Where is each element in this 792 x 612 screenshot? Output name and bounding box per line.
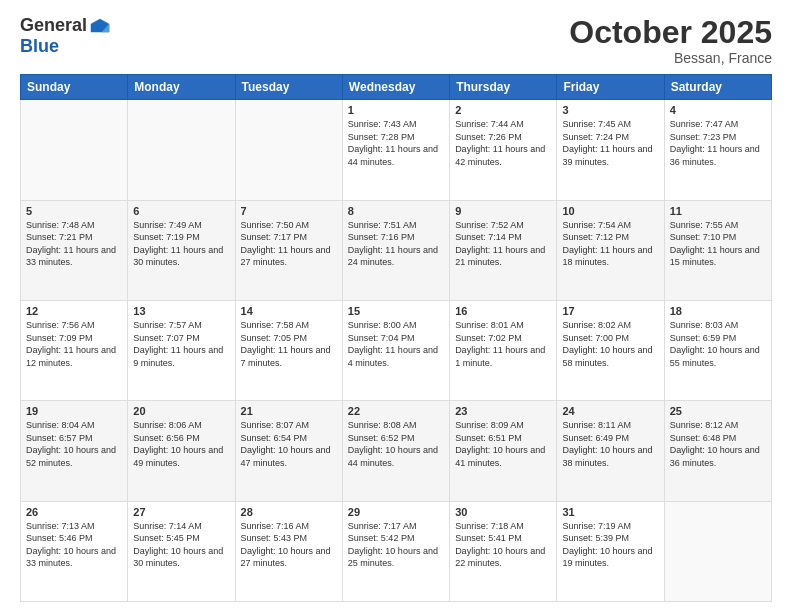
- logo: General Blue: [20, 15, 111, 57]
- sunrise-text: Sunrise: 8:08 AM: [348, 420, 417, 430]
- sunset-text: Sunset: 7:23 PM: [670, 132, 737, 142]
- day-number: 6: [133, 205, 229, 217]
- day-info: Sunrise: 8:01 AMSunset: 7:02 PMDaylight:…: [455, 319, 551, 369]
- table-row: 25Sunrise: 8:12 AMSunset: 6:48 PMDayligh…: [664, 401, 771, 501]
- day-info: Sunrise: 7:14 AMSunset: 5:45 PMDaylight:…: [133, 520, 229, 570]
- header-tuesday: Tuesday: [235, 75, 342, 100]
- sunrise-text: Sunrise: 7:17 AM: [348, 521, 417, 531]
- sunset-text: Sunset: 7:07 PM: [133, 333, 200, 343]
- daylight-text: Daylight: 10 hours and 22 minutes.: [455, 546, 545, 569]
- day-info: Sunrise: 7:56 AMSunset: 7:09 PMDaylight:…: [26, 319, 122, 369]
- sunset-text: Sunset: 7:28 PM: [348, 132, 415, 142]
- table-row: 8Sunrise: 7:51 AMSunset: 7:16 PMDaylight…: [342, 200, 449, 300]
- daylight-text: Daylight: 11 hours and 30 minutes.: [133, 245, 223, 268]
- daylight-text: Daylight: 10 hours and 30 minutes.: [133, 546, 223, 569]
- sunrise-text: Sunrise: 7:58 AM: [241, 320, 310, 330]
- table-row: 1Sunrise: 7:43 AMSunset: 7:28 PMDaylight…: [342, 100, 449, 200]
- sunset-text: Sunset: 6:59 PM: [670, 333, 737, 343]
- daylight-text: Daylight: 11 hours and 18 minutes.: [562, 245, 652, 268]
- header-saturday: Saturday: [664, 75, 771, 100]
- daylight-text: Daylight: 11 hours and 15 minutes.: [670, 245, 760, 268]
- sunset-text: Sunset: 5:46 PM: [26, 533, 93, 543]
- logo-general-text: General: [20, 15, 87, 36]
- sunset-text: Sunset: 7:10 PM: [670, 232, 737, 242]
- sunset-text: Sunset: 7:04 PM: [348, 333, 415, 343]
- day-number: 31: [562, 506, 658, 518]
- sunset-text: Sunset: 5:39 PM: [562, 533, 629, 543]
- sunset-text: Sunset: 7:19 PM: [133, 232, 200, 242]
- day-number: 13: [133, 305, 229, 317]
- sunset-text: Sunset: 7:02 PM: [455, 333, 522, 343]
- table-row: 6Sunrise: 7:49 AMSunset: 7:19 PMDaylight…: [128, 200, 235, 300]
- day-number: 25: [670, 405, 766, 417]
- sunset-text: Sunset: 6:57 PM: [26, 433, 93, 443]
- header-thursday: Thursday: [450, 75, 557, 100]
- day-info: Sunrise: 8:11 AMSunset: 6:49 PMDaylight:…: [562, 419, 658, 469]
- day-number: 27: [133, 506, 229, 518]
- day-info: Sunrise: 7:16 AMSunset: 5:43 PMDaylight:…: [241, 520, 337, 570]
- daylight-text: Daylight: 11 hours and 24 minutes.: [348, 245, 438, 268]
- daylight-text: Daylight: 11 hours and 9 minutes.: [133, 345, 223, 368]
- day-number: 5: [26, 205, 122, 217]
- table-row: 31Sunrise: 7:19 AMSunset: 5:39 PMDayligh…: [557, 501, 664, 601]
- day-number: 9: [455, 205, 551, 217]
- daylight-text: Daylight: 10 hours and 49 minutes.: [133, 445, 223, 468]
- table-row: [235, 100, 342, 200]
- daylight-text: Daylight: 10 hours and 38 minutes.: [562, 445, 652, 468]
- sunset-text: Sunset: 6:51 PM: [455, 433, 522, 443]
- table-row: 15Sunrise: 8:00 AMSunset: 7:04 PMDayligh…: [342, 300, 449, 400]
- daylight-text: Daylight: 10 hours and 33 minutes.: [26, 546, 116, 569]
- table-row: 12Sunrise: 7:56 AMSunset: 7:09 PMDayligh…: [21, 300, 128, 400]
- day-info: Sunrise: 8:08 AMSunset: 6:52 PMDaylight:…: [348, 419, 444, 469]
- day-info: Sunrise: 8:07 AMSunset: 6:54 PMDaylight:…: [241, 419, 337, 469]
- calendar-week-row: 19Sunrise: 8:04 AMSunset: 6:57 PMDayligh…: [21, 401, 772, 501]
- sunset-text: Sunset: 6:48 PM: [670, 433, 737, 443]
- sunrise-text: Sunrise: 8:02 AM: [562, 320, 631, 330]
- table-row: 24Sunrise: 8:11 AMSunset: 6:49 PMDayligh…: [557, 401, 664, 501]
- day-number: 18: [670, 305, 766, 317]
- table-row: 9Sunrise: 7:52 AMSunset: 7:14 PMDaylight…: [450, 200, 557, 300]
- table-row: 10Sunrise: 7:54 AMSunset: 7:12 PMDayligh…: [557, 200, 664, 300]
- table-row: 4Sunrise: 7:47 AMSunset: 7:23 PMDaylight…: [664, 100, 771, 200]
- day-info: Sunrise: 7:44 AMSunset: 7:26 PMDaylight:…: [455, 118, 551, 168]
- day-info: Sunrise: 8:09 AMSunset: 6:51 PMDaylight:…: [455, 419, 551, 469]
- sunrise-text: Sunrise: 7:49 AM: [133, 220, 202, 230]
- sunrise-text: Sunrise: 7:47 AM: [670, 119, 739, 129]
- table-row: 14Sunrise: 7:58 AMSunset: 7:05 PMDayligh…: [235, 300, 342, 400]
- calendar-week-row: 12Sunrise: 7:56 AMSunset: 7:09 PMDayligh…: [21, 300, 772, 400]
- day-number: 26: [26, 506, 122, 518]
- table-row: 27Sunrise: 7:14 AMSunset: 5:45 PMDayligh…: [128, 501, 235, 601]
- table-row: 23Sunrise: 8:09 AMSunset: 6:51 PMDayligh…: [450, 401, 557, 501]
- sunrise-text: Sunrise: 7:13 AM: [26, 521, 95, 531]
- sunrise-text: Sunrise: 8:06 AM: [133, 420, 202, 430]
- table-row: 2Sunrise: 7:44 AMSunset: 7:26 PMDaylight…: [450, 100, 557, 200]
- day-info: Sunrise: 7:55 AMSunset: 7:10 PMDaylight:…: [670, 219, 766, 269]
- daylight-text: Daylight: 10 hours and 41 minutes.: [455, 445, 545, 468]
- day-number: 2: [455, 104, 551, 116]
- sunrise-text: Sunrise: 7:44 AM: [455, 119, 524, 129]
- logo-blue-text: Blue: [20, 36, 59, 56]
- calendar-header-row: Sunday Monday Tuesday Wednesday Thursday…: [21, 75, 772, 100]
- sunrise-text: Sunrise: 8:07 AM: [241, 420, 310, 430]
- day-info: Sunrise: 8:00 AMSunset: 7:04 PMDaylight:…: [348, 319, 444, 369]
- day-info: Sunrise: 7:52 AMSunset: 7:14 PMDaylight:…: [455, 219, 551, 269]
- daylight-text: Daylight: 10 hours and 36 minutes.: [670, 445, 760, 468]
- sunset-text: Sunset: 6:49 PM: [562, 433, 629, 443]
- sunrise-text: Sunrise: 7:45 AM: [562, 119, 631, 129]
- daylight-text: Daylight: 10 hours and 44 minutes.: [348, 445, 438, 468]
- table-row: [128, 100, 235, 200]
- header-monday: Monday: [128, 75, 235, 100]
- table-row: 17Sunrise: 8:02 AMSunset: 7:00 PMDayligh…: [557, 300, 664, 400]
- sunrise-text: Sunrise: 8:09 AM: [455, 420, 524, 430]
- calendar-table: Sunday Monday Tuesday Wednesday Thursday…: [20, 74, 772, 602]
- sunrise-text: Sunrise: 8:04 AM: [26, 420, 95, 430]
- sunset-text: Sunset: 6:52 PM: [348, 433, 415, 443]
- table-row: 16Sunrise: 8:01 AMSunset: 7:02 PMDayligh…: [450, 300, 557, 400]
- table-row: 5Sunrise: 7:48 AMSunset: 7:21 PMDaylight…: [21, 200, 128, 300]
- daylight-text: Daylight: 11 hours and 1 minute.: [455, 345, 545, 368]
- sunrise-text: Sunrise: 7:57 AM: [133, 320, 202, 330]
- day-number: 21: [241, 405, 337, 417]
- daylight-text: Daylight: 11 hours and 42 minutes.: [455, 144, 545, 167]
- day-number: 1: [348, 104, 444, 116]
- daylight-text: Daylight: 10 hours and 19 minutes.: [562, 546, 652, 569]
